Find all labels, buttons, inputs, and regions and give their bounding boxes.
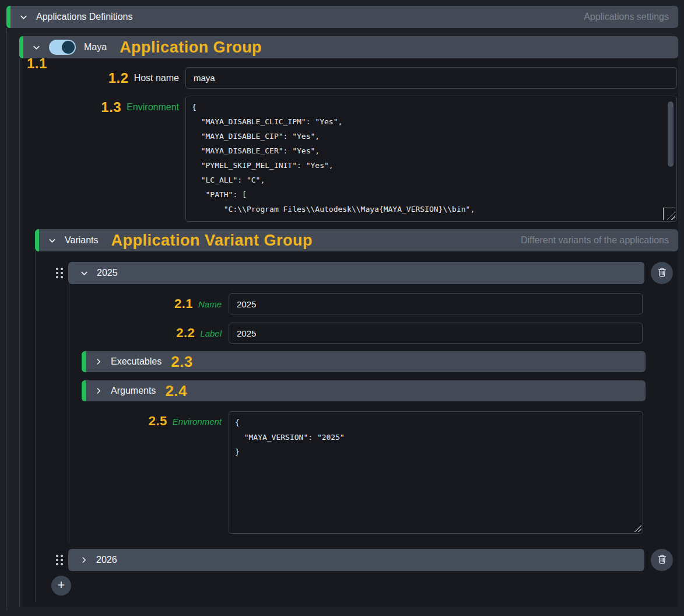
environment-json-editor[interactable]: { "MAYA_DISABLE_CLIC_IPM": "Yes", "MAYA_… <box>185 96 677 222</box>
chevron-down-icon[interactable] <box>80 269 89 278</box>
application-group-annotation: Application Group <box>120 38 262 57</box>
arguments-label: Arguments <box>111 386 156 396</box>
variant-environment-json-editor[interactable]: { "MAYA_VERSION": "2025" } <box>229 411 643 534</box>
trash-icon <box>657 554 667 566</box>
green-accent-bar <box>19 36 23 58</box>
applications-settings-page: Applications Definitions Applications se… <box>0 0 684 616</box>
editor-scrollbar[interactable] <box>668 102 674 167</box>
applications-definitions-header[interactable]: Applications Definitions Applications se… <box>6 6 678 28</box>
environment-label-row: 1.3 Environment <box>0 96 179 119</box>
variant-name-input[interactable] <box>229 293 643 314</box>
environment-json-text[interactable]: { "MAYA_DISABLE_CLIC_IPM": "Yes", "MAYA_… <box>186 96 676 220</box>
delete-variant-button[interactable] <box>651 262 673 284</box>
variants-group-header[interactable]: Variants Application Variant Group Diffe… <box>35 229 678 251</box>
name-label: Name <box>198 299 222 309</box>
label-label: Label <box>200 328 222 338</box>
add-variant-button[interactable]: + <box>51 576 71 596</box>
maya-enabled-toggle[interactable] <box>49 40 76 55</box>
host-name-input[interactable] <box>185 67 677 89</box>
page-title: Applications Definitions <box>36 12 132 22</box>
annotation-2-5: 2.5 <box>149 414 167 429</box>
green-accent-bar <box>6 6 10 28</box>
chevron-down-icon[interactable] <box>48 236 57 245</box>
annotation-2-3: 2.3 <box>171 353 193 371</box>
annotation-2-2: 2.2 <box>176 326 195 341</box>
resize-handle[interactable] <box>634 524 641 532</box>
variant-group-annotation: Application Variant Group <box>111 232 313 250</box>
chevron-right-icon[interactable] <box>80 556 88 564</box>
maya-group-label: Maya <box>84 42 107 52</box>
environment-label: Environment <box>127 102 179 113</box>
chevron-down-icon[interactable] <box>32 43 41 52</box>
resize-handle[interactable] <box>663 208 675 220</box>
green-accent-bar <box>82 351 86 372</box>
green-accent-bar <box>82 380 86 401</box>
annotation-2-1: 2.1 <box>174 296 193 312</box>
variants-label: Variants <box>65 235 99 246</box>
arguments-header[interactable]: Arguments 2.4 <box>82 380 646 401</box>
drag-handle[interactable] <box>56 555 63 566</box>
variants-note: Different variants of the applications <box>521 235 669 246</box>
annotation-1-1: 1.1 <box>27 55 47 72</box>
toggle-knob <box>62 41 75 54</box>
chevron-down-icon[interactable] <box>19 13 28 22</box>
delete-variant-button[interactable] <box>651 549 673 571</box>
executables-label: Executables <box>111 356 162 367</box>
variant-2026-header[interactable]: 2026 <box>68 549 644 571</box>
annotation-1-2: 1.2 <box>108 70 129 86</box>
chevron-right-icon[interactable] <box>94 358 103 366</box>
variant-title: 2025 <box>97 268 118 278</box>
variant-label-input[interactable] <box>229 323 643 344</box>
variant-environment-json-text[interactable]: { "MAYA_VERSION": "2025" } <box>229 412 643 463</box>
drag-handle[interactable] <box>56 268 63 279</box>
host-name-label: Host name <box>134 73 179 83</box>
green-accent-bar <box>35 229 39 251</box>
variant-environment-label: Environment <box>173 416 222 426</box>
executables-header[interactable]: Executables 2.3 <box>82 351 646 372</box>
label-label-row: 2.2 Label <box>0 323 222 344</box>
header-note: Applications settings <box>584 12 669 22</box>
maya-group-header[interactable]: Maya Application Group <box>19 36 678 58</box>
variant-environment-label-row: 2.5 Environment <box>0 410 222 432</box>
annotation-1-3: 1.3 <box>101 99 121 116</box>
trash-icon <box>657 267 667 279</box>
plus-icon: + <box>58 579 65 592</box>
name-label-row: 2.1 Name <box>0 293 222 314</box>
annotation-2-4: 2.4 <box>165 382 187 400</box>
variant-title: 2026 <box>96 555 117 565</box>
chevron-right-icon[interactable] <box>94 387 103 395</box>
variant-2025-header[interactable]: 2025 <box>68 262 644 284</box>
